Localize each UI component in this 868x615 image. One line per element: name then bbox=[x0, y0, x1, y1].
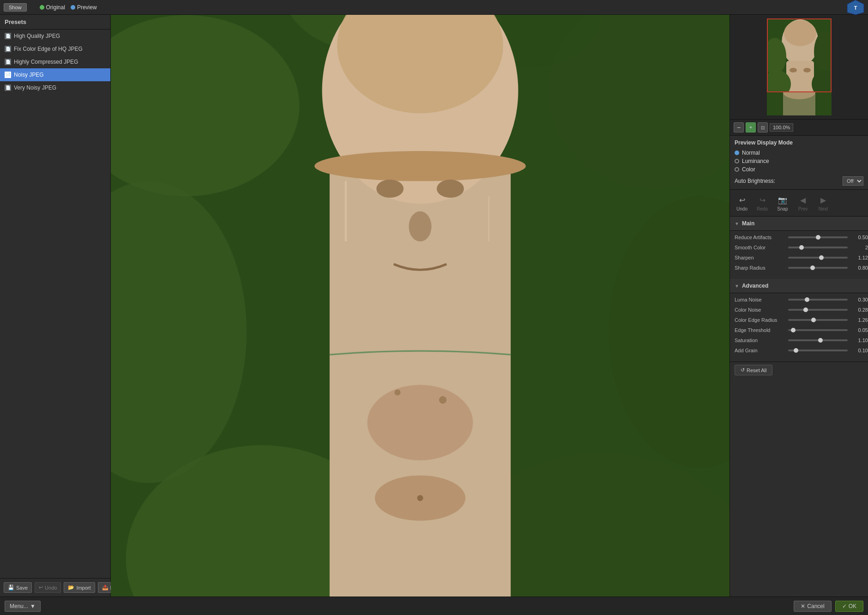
ok-button[interactable]: ✓ OK bbox=[835, 601, 863, 612]
sharp-radius-value: 0.80 bbox=[850, 265, 868, 271]
mode-luminance-label: Luminance bbox=[742, 158, 769, 164]
thumbnail-svg bbox=[768, 19, 832, 92]
sidebar: Presets 📄 High Quality JPEG 📄 Fix Color … bbox=[0, 15, 111, 597]
svg-text:T: T bbox=[854, 5, 857, 11]
svg-point-16 bbox=[437, 180, 464, 198]
reset-label: Reset All bbox=[747, 368, 766, 373]
mode-color-row[interactable]: Color bbox=[735, 165, 863, 174]
auto-brightness-select[interactable]: Off On bbox=[843, 176, 863, 186]
zoom-out-button[interactable]: − bbox=[734, 122, 744, 133]
svg-point-22 bbox=[394, 389, 400, 395]
reset-all-button[interactable]: ↺ Reset All bbox=[735, 365, 772, 375]
reduce-artifacts-slider[interactable] bbox=[788, 236, 848, 238]
menu-button[interactable]: Menu... ▼ bbox=[5, 601, 41, 612]
preset-item-noisy[interactable]: 📄 Noisy JPEG bbox=[0, 68, 110, 81]
smooth-color-label: Smooth Color bbox=[735, 245, 785, 250]
bottom-bar: Menu... ▼ ✕ Cancel ✓ OK bbox=[0, 597, 868, 615]
mode-luminance-row[interactable]: Luminance bbox=[735, 157, 863, 165]
statue-image bbox=[111, 15, 729, 597]
undo-sidebar-button[interactable]: ↩ Undo bbox=[35, 582, 61, 593]
ok-icon: ✓ bbox=[842, 603, 847, 609]
snap-label: Snap bbox=[777, 206, 788, 211]
right-panel: − + ⊡ 100.0% Preview Display Mode Normal… bbox=[729, 15, 868, 597]
add-grain-row: Add Grain 0.10 bbox=[735, 348, 863, 353]
saturation-label: Saturation bbox=[735, 338, 785, 343]
svg-point-24 bbox=[417, 495, 423, 501]
undo-button[interactable]: ↩ Undo bbox=[734, 193, 750, 213]
mode-luminance-radio bbox=[735, 159, 739, 163]
edge-threshold-value: 0.05 bbox=[850, 327, 868, 333]
preview-display-title: Preview Display Mode bbox=[735, 139, 863, 146]
preview-toggle[interactable]: Preview bbox=[71, 4, 97, 11]
redo-icon: ↪ bbox=[757, 194, 768, 205]
mode-normal-row[interactable]: Normal bbox=[735, 149, 863, 157]
preset-label-fix: Fix Color Edge of HQ JPEG bbox=[14, 46, 83, 52]
zoom-fit-button[interactable]: ⊡ bbox=[758, 122, 768, 133]
preset-label-hc: Highly Compressed JPEG bbox=[14, 59, 78, 65]
sharpen-slider[interactable] bbox=[788, 257, 848, 259]
mode-color-radio bbox=[735, 167, 739, 172]
color-edge-radius-value: 1.26 bbox=[850, 317, 868, 323]
cancel-icon: ✕ bbox=[801, 603, 805, 609]
save-icon: 💾 bbox=[8, 585, 14, 591]
luma-noise-label: Luma Noise bbox=[735, 297, 785, 302]
add-grain-value: 0.10 bbox=[850, 348, 868, 353]
redo-button[interactable]: ↪ Redo bbox=[754, 193, 771, 213]
main-section-header[interactable]: ▼ Main bbox=[730, 217, 868, 231]
preset-item-hq-jpeg[interactable]: 📄 High Quality JPEG bbox=[0, 30, 110, 42]
snap-button[interactable]: 📷 Snap bbox=[774, 193, 791, 213]
advanced-section-header[interactable]: ▼ Advanced bbox=[730, 279, 868, 293]
main-sliders-area: Reduce Artifacts 0.50 Smooth Color 2 Sha… bbox=[730, 231, 868, 279]
preset-item-fix-color[interactable]: 📄 Fix Color Edge of HQ JPEG bbox=[0, 42, 110, 55]
reduce-artifacts-label: Reduce Artifacts bbox=[735, 235, 785, 240]
undo-icon: ↩ bbox=[736, 194, 747, 205]
mode-normal-radio bbox=[735, 151, 739, 155]
svg-point-17 bbox=[409, 211, 431, 241]
cancel-label: Cancel bbox=[807, 603, 824, 609]
mode-color-label: Color bbox=[742, 166, 755, 173]
preset-icon-hq: 📄 bbox=[5, 33, 11, 39]
color-noise-label: Color Noise bbox=[735, 307, 785, 313]
save-button[interactable]: 💾 Save bbox=[4, 582, 32, 593]
preset-item-very-noisy[interactable]: 📄 Very Noisy JPEG bbox=[0, 81, 110, 94]
color-noise-slider[interactable] bbox=[788, 309, 848, 311]
main-section-arrow: ▼ bbox=[735, 221, 739, 226]
smooth-color-value: 2 bbox=[850, 245, 868, 250]
preset-icon-hc: 📄 bbox=[5, 59, 11, 65]
reset-area: ↺ Reset All bbox=[730, 362, 868, 378]
auto-brightness-label: Auto Brightness: bbox=[735, 178, 775, 184]
smooth-color-slider[interactable] bbox=[788, 247, 848, 248]
svg-rect-21 bbox=[488, 196, 489, 241]
preset-item-hc-jpeg[interactable]: 📄 Highly Compressed JPEG bbox=[0, 55, 110, 68]
cancel-button[interactable]: ✕ Cancel bbox=[794, 601, 831, 612]
color-edge-radius-label: Color Edge Radius bbox=[735, 317, 785, 323]
edge-threshold-slider[interactable] bbox=[788, 329, 848, 331]
menu-chevron-icon: ▼ bbox=[30, 603, 36, 609]
color-edge-radius-slider[interactable] bbox=[788, 319, 848, 321]
svg-point-30 bbox=[803, 68, 811, 72]
luma-noise-slider[interactable] bbox=[788, 299, 848, 301]
mode-normal-label: Normal bbox=[742, 150, 760, 156]
show-button[interactable]: Show bbox=[4, 3, 27, 12]
sharpen-label: Sharpen bbox=[735, 255, 785, 260]
sharpen-value: 1.12 bbox=[850, 255, 868, 260]
preset-icon-noisy: 📄 bbox=[5, 72, 11, 78]
presets-header: Presets bbox=[0, 15, 110, 30]
bottom-right: ✕ Cancel ✓ OK bbox=[794, 601, 863, 612]
zoom-value: 100.0% bbox=[770, 123, 793, 132]
original-toggle[interactable]: Original bbox=[40, 4, 65, 11]
sharp-radius-slider[interactable] bbox=[788, 267, 848, 269]
top-bar: Show Original Preview T bbox=[0, 0, 868, 15]
add-grain-slider[interactable] bbox=[788, 350, 848, 351]
original-label: Original bbox=[46, 4, 65, 11]
prev-label: Prev bbox=[798, 206, 808, 211]
saturation-slider[interactable] bbox=[788, 339, 848, 341]
sidebar-bottom: 💾 Save ↩ Undo 📂 Import 📤 Export bbox=[0, 578, 110, 597]
next-button[interactable]: ▶ Next bbox=[815, 193, 832, 213]
prev-button[interactable]: ◀ Prev bbox=[795, 193, 811, 213]
import-label: Import bbox=[76, 585, 90, 591]
advanced-section-title: Advanced bbox=[742, 283, 768, 289]
import-button[interactable]: 📂 Import bbox=[64, 582, 95, 593]
next-icon: ▶ bbox=[818, 194, 829, 205]
zoom-plus-button[interactable]: + bbox=[746, 122, 756, 133]
